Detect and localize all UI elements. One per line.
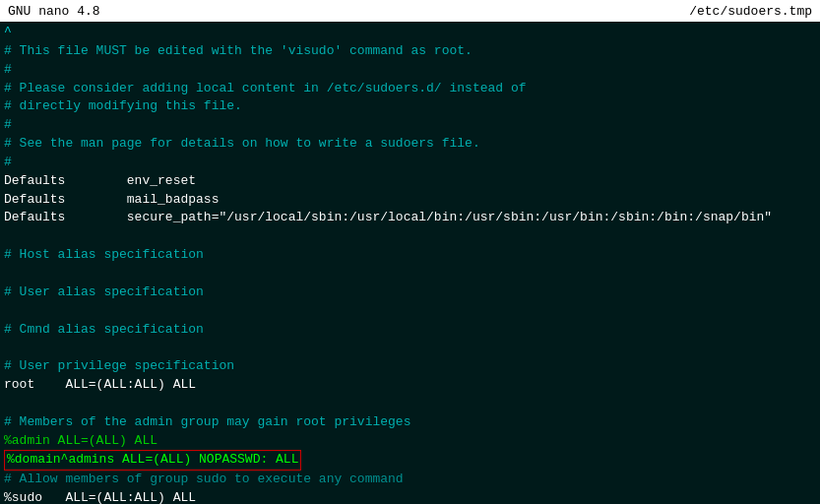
line-8: Defaults env_reset xyxy=(4,172,816,191)
line-4: # directly modifying this file. xyxy=(4,97,816,116)
line-12: # Host alias specification xyxy=(4,246,816,265)
line-15 xyxy=(4,302,816,321)
highlighted-box: %domain^admins ALL=(ALL) NOPASSWD: ALL xyxy=(4,450,301,471)
line-21: # Members of the admin group may gain ro… xyxy=(4,413,816,432)
line-14: # User alias specification xyxy=(4,284,816,302)
line-7: # xyxy=(4,154,816,172)
line-22: %admin ALL=(ALL) ALL xyxy=(4,432,816,451)
line-11 xyxy=(4,227,816,246)
line-6: # See the man page for details on how to… xyxy=(4,135,816,154)
line-23: %domain^admins ALL=(ALL) NOPASSWD: ALL xyxy=(4,450,816,471)
line-2: # xyxy=(4,61,816,80)
line-16: # Cmnd alias specification xyxy=(4,321,816,340)
line-19: root ALL=(ALL:ALL) ALL xyxy=(4,376,816,395)
line-18: # User privilege specification xyxy=(4,357,816,376)
line-17 xyxy=(4,339,816,357)
line-13 xyxy=(4,265,816,284)
title-left: GNU nano 4.8 xyxy=(8,4,100,19)
title-bar: GNU nano 4.8 /etc/sudoers.tmp xyxy=(0,0,820,22)
line-0: ^ xyxy=(4,24,816,42)
line-1: # This file MUST be edited with the 'vis… xyxy=(4,42,816,61)
line-5: # xyxy=(4,116,816,135)
line-20 xyxy=(4,395,816,413)
line-9: Defaults mail_badpass xyxy=(4,191,816,210)
title-center: /etc/sudoers.tmp xyxy=(689,4,812,19)
terminal: GNU nano 4.8 /etc/sudoers.tmp ^# This fi… xyxy=(0,0,820,504)
editor-content[interactable]: ^# This file MUST be edited with the 'vi… xyxy=(0,22,820,504)
line-10: Defaults secure_path="/usr/local/sbin:/u… xyxy=(4,209,816,227)
line-24: # Allow members of group sudo to execute… xyxy=(4,471,816,489)
line-25: %sudo ALL=(ALL:ALL) ALL xyxy=(4,489,816,504)
line-3: # Please consider adding local content i… xyxy=(4,80,816,98)
